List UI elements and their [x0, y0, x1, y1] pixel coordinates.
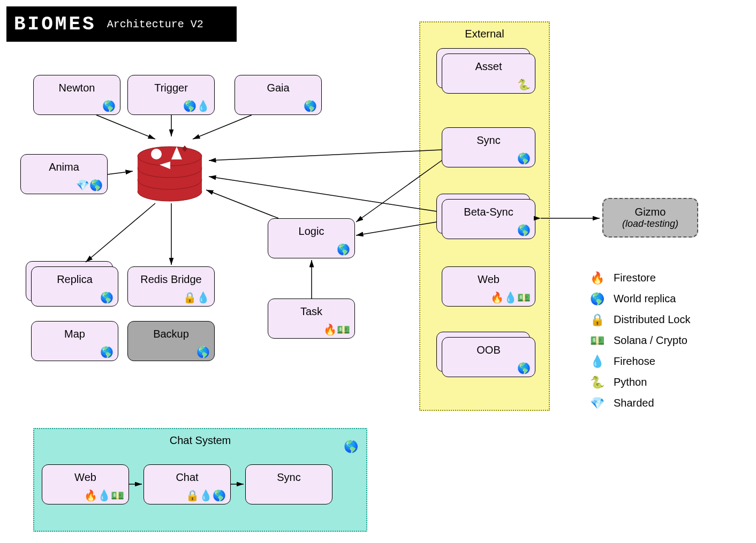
- node-chat: Chat 🔒💧🌎: [143, 464, 231, 504]
- node-icons: 🌎: [517, 224, 531, 236]
- diagram-stage: BIOMES Architecture V2 External Chat Sys…: [0, 0, 756, 543]
- legend-label: Distributed Lock: [614, 313, 690, 326]
- svg-line-13: [193, 115, 252, 139]
- world-icon: 🌎: [589, 292, 605, 306]
- gizmo-subtitle: (load-testing): [622, 218, 678, 230]
- legend-row: 💵Solana / Crypto: [589, 330, 728, 351]
- node-label: Newton: [34, 82, 120, 94]
- legend-label: Sharded: [614, 397, 654, 409]
- node-label: Web: [442, 273, 535, 286]
- node-icons: 🔒💧🌎: [186, 489, 226, 502]
- node-betasync: Beta-Sync 🌎: [442, 199, 535, 239]
- svg-line-11: [96, 115, 155, 139]
- node-asset: Asset 🐍: [442, 53, 535, 94]
- legend-label: Solana / Crypto: [614, 334, 687, 347]
- svg-point-7: [151, 149, 162, 159]
- node-label: Gaia: [235, 82, 321, 94]
- node-sync-chat: Sync: [245, 464, 332, 504]
- node-icons: 🌎: [337, 243, 350, 256]
- svg-line-14: [108, 171, 133, 174]
- node-label: OOB: [442, 344, 535, 356]
- world-icon: 🌎: [344, 440, 358, 454]
- node-icons: 🌎: [517, 152, 531, 165]
- node-oob: OOB 🌎: [442, 337, 535, 377]
- node-label: Replica: [32, 273, 118, 286]
- legend-row: 🔥Firestore: [589, 267, 728, 288]
- legend-label: Python: [614, 376, 647, 388]
- node-web-chat: Web 🔥💧💵: [42, 464, 129, 504]
- node-label: Web: [42, 471, 128, 484]
- node-backup: Backup 🌎: [127, 321, 215, 361]
- python-icon: 🐍: [589, 376, 605, 389]
- header-bar: BIOMES Architecture V2: [6, 6, 237, 42]
- node-icons: 🌎: [100, 291, 114, 304]
- svg-line-19: [209, 177, 436, 211]
- legend-row: 💎Sharded: [589, 393, 728, 414]
- node-label: Backup: [128, 328, 214, 340]
- node-label: Anima: [21, 161, 107, 173]
- node-map: Map 🌎: [31, 321, 118, 361]
- node-icons: 🌎: [102, 100, 116, 112]
- node-gizmo: Gizmo (load-testing): [602, 198, 698, 238]
- node-icons: 🔥💵: [323, 323, 350, 336]
- node-icons: 🌎: [100, 346, 114, 358]
- gizmo-title: Gizmo: [635, 206, 666, 218]
- node-label: Chat: [144, 471, 230, 484]
- svg-line-21: [206, 190, 278, 218]
- sharded-icon: 💎: [589, 396, 605, 410]
- node-newton: Newton 🌎: [33, 75, 120, 115]
- legend-row: 🌎World replica: [589, 288, 728, 309]
- group-external-label: External: [420, 28, 549, 40]
- solana-icon: 💵: [589, 334, 605, 348]
- node-anima: Anima 💎🌎: [20, 154, 108, 194]
- node-label: Logic: [268, 225, 354, 238]
- node-trigger: Trigger 🌎💧: [127, 75, 215, 115]
- group-chat-label: Chat System: [34, 434, 366, 447]
- firestore-icon: 🔥: [589, 271, 605, 285]
- node-icons: 🔒💧: [183, 291, 210, 304]
- node-label: Task: [268, 305, 354, 318]
- svg-line-17: [209, 150, 442, 160]
- node-gaia: Gaia 🌎: [235, 75, 322, 115]
- legend-label: Firestore: [614, 272, 656, 284]
- node-label: Sync: [442, 134, 535, 147]
- legend-row: 🐍Python: [589, 372, 728, 393]
- legend-row: 💧Firehose: [589, 351, 728, 372]
- legend-label: Firehose: [614, 355, 655, 368]
- node-icons: 🌎: [196, 346, 210, 358]
- node-replica: Replica 🌎: [31, 266, 118, 307]
- node-logic: Logic 🌎: [268, 218, 355, 258]
- logo-text: BIOMES: [14, 13, 96, 35]
- node-web-external: Web 🔥💧💵: [442, 266, 535, 307]
- node-redis-bridge: Redis Bridge 🔒💧: [127, 266, 215, 307]
- node-icons: 🐍: [517, 78, 531, 91]
- node-icons: 🌎: [517, 362, 531, 374]
- legend: 🔥Firestore 🌎World replica 🔒Distributed L…: [589, 267, 728, 414]
- svg-line-15: [86, 203, 155, 262]
- node-icons: 🌎: [304, 100, 317, 112]
- node-label: Map: [32, 328, 118, 340]
- redis-icon: [134, 138, 206, 202]
- header-subtitle: Architecture V2: [107, 18, 203, 30]
- lock-icon: 🔒: [589, 313, 605, 327]
- node-icons: 🔥💧💵: [490, 291, 531, 304]
- node-icons: 🌎💧: [183, 100, 210, 112]
- node-task: Task 🔥💵: [268, 299, 355, 339]
- node-icons: 🔥💧💵: [84, 489, 124, 502]
- legend-label: World replica: [614, 293, 676, 305]
- node-label: Beta-Sync: [442, 206, 535, 218]
- node-label: Asset: [442, 60, 535, 73]
- node-sync: Sync 🌎: [442, 127, 535, 167]
- node-label: Sync: [246, 471, 332, 484]
- node-icons: 💎🌎: [76, 179, 103, 192]
- legend-row: 🔒Distributed Lock: [589, 309, 728, 330]
- node-label: Trigger: [128, 82, 214, 94]
- firehose-icon: 💧: [589, 355, 605, 369]
- node-label: Redis Bridge: [128, 273, 214, 286]
